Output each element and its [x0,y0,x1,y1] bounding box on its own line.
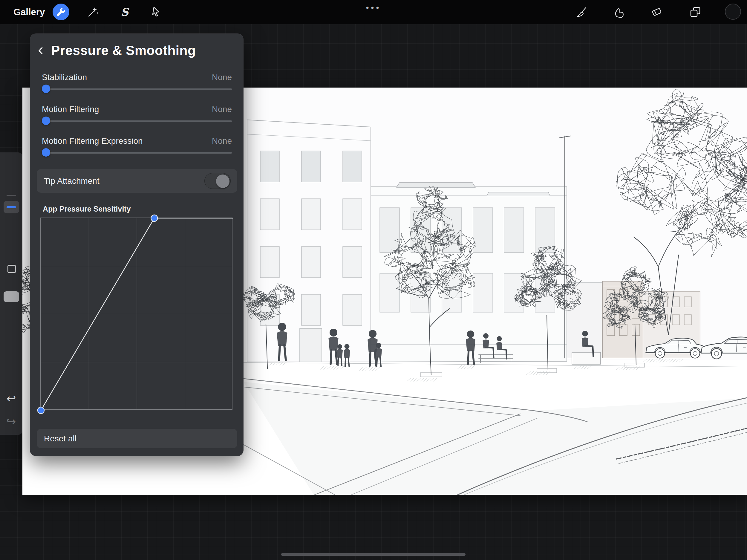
app-pressure-sensitivity-label: App Pressure Sensitivity [43,205,131,213]
paint-button[interactable] [573,4,590,20]
tip-attachment-row: Tip Attachment [37,169,237,193]
top-toolbar: Gallery S ••• [0,0,747,24]
motion-filtering-slider-knob[interactable] [42,117,50,125]
undo-icon: ↩ [6,393,16,404]
motion-filtering-expression-label: Motion Filtering Expression [42,136,143,146]
stabilization-slider-knob[interactable] [42,84,50,93]
undo-button[interactable]: ↩ [0,390,22,407]
magic-wand-icon [86,5,100,19]
tip-attachment-label: Tip Attachment [44,176,100,186]
modify-button[interactable] [7,265,16,273]
motion-filtering-expression-slider[interactable] [42,152,232,154]
redo-button[interactable]: ↪ [0,413,22,430]
transform-button[interactable] [148,4,165,20]
slider-tick [6,195,16,196]
pressure-smoothing-panel: ‹ Pressure & Smoothing Stabilization Non… [30,33,243,456]
tip-attachment-toggle[interactable] [204,173,231,189]
layers-button[interactable] [687,4,704,20]
selection-icon: S [121,6,128,17]
motion-filtering-expression-value: None [212,136,232,146]
adjustments-button[interactable] [84,4,101,20]
eraser-icon [650,5,663,19]
canvas-options-button[interactable]: ••• [353,0,394,16]
motion-filtering-expression-row: Motion Filtering Expression None [42,135,232,165]
canvas-sidebar: ↩ ↪ [0,152,22,435]
motion-filtering-row: Motion Filtering None [42,103,232,133]
home-indicator[interactable] [281,553,466,556]
wrench-icon [54,5,68,19]
stabilization-label: Stabilization [42,73,87,82]
brush-size-slider[interactable] [4,201,19,213]
brush-size-accent [6,206,16,208]
opacity-slider[interactable] [4,291,19,302]
transform-arrow-icon [150,5,163,19]
back-button[interactable]: ‹ [30,40,51,61]
motion-filtering-slider[interactable] [42,121,232,122]
curve-handle[interactable] [37,407,44,413]
pressure-curve [41,218,233,410]
curve-handle[interactable] [151,215,157,222]
stabilization-row: Stabilization None [42,71,232,101]
gallery-button[interactable]: Gallery [14,0,45,24]
motion-filtering-value: None [212,105,232,114]
panel-title: Pressure & Smoothing [51,43,196,58]
pressure-curve-editor[interactable] [40,218,232,410]
stabilization-value: None [212,73,232,82]
erase-button[interactable] [648,4,665,20]
motion-filtering-label: Motion Filtering [42,105,99,114]
reset-all-label: Reset all [44,434,77,443]
selection-button[interactable]: S [116,4,133,20]
layers-icon [689,5,702,19]
stabilization-slider[interactable] [42,88,232,90]
active-color-swatch[interactable] [725,4,741,20]
reset-all-button[interactable]: Reset all [37,429,237,448]
panel-header: ‹ Pressure & Smoothing [30,40,243,61]
smudge-finger-icon [612,5,625,19]
brush-icon [575,5,588,19]
actions-wrench-button[interactable] [53,4,69,20]
smudge-button[interactable] [610,4,627,20]
redo-icon: ↪ [6,416,16,427]
motion-filtering-expression-slider-knob[interactable] [42,148,50,157]
toggle-knob [216,175,230,188]
